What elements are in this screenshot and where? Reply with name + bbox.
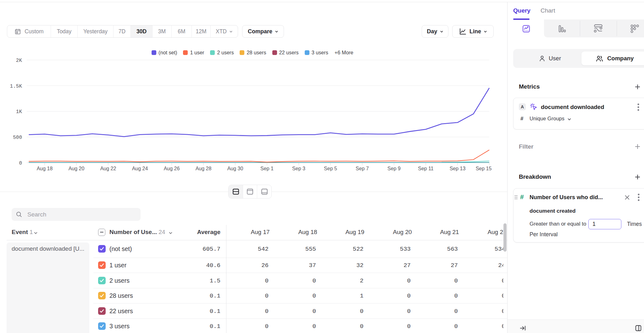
svg-text:0: 0: [19, 161, 22, 166]
svg-text:Sep 13: Sep 13: [450, 166, 466, 171]
svg-text:Aug 18: Aug 18: [37, 166, 53, 171]
svg-text:Sep 5: Sep 5: [324, 166, 337, 171]
svg-text:Aug 28: Aug 28: [196, 166, 212, 171]
svg-text:1K: 1K: [16, 109, 22, 115]
svg-text:Sep 3: Sep 3: [292, 166, 305, 171]
svg-text:Sep 7: Sep 7: [356, 166, 369, 171]
svg-text:Sep 11: Sep 11: [418, 166, 434, 171]
svg-text:Sep 9: Sep 9: [387, 166, 401, 171]
svg-text:Aug 26: Aug 26: [164, 166, 180, 171]
svg-text:2K: 2K: [16, 58, 22, 63]
svg-text:Aug 20: Aug 20: [69, 166, 85, 171]
svg-text:1.5K: 1.5K: [10, 84, 22, 89]
svg-text:Aug 24: Aug 24: [132, 166, 148, 171]
svg-text:Sep 15: Sep 15: [476, 166, 492, 171]
svg-text:Sep 1: Sep 1: [260, 166, 274, 171]
svg-text:Aug 30: Aug 30: [227, 166, 243, 171]
svg-text:Aug 22: Aug 22: [100, 166, 116, 171]
svg-text:500: 500: [13, 135, 22, 140]
